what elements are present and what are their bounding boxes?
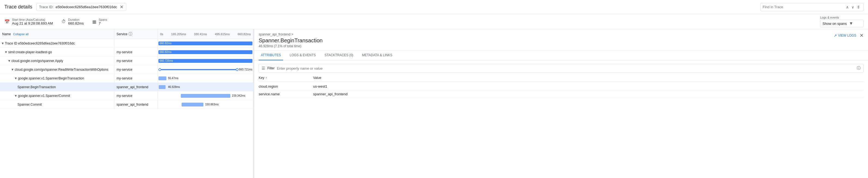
filter-icon: ☰ <box>262 66 265 71</box>
collapse-all-button[interactable]: Collapse all <box>13 32 29 36</box>
detail-panel: spanner_api_frontend > Spanner.BeginTran… <box>254 29 868 178</box>
table-row[interactable]: ▼ google.spanner.v1.Spanner/Commit my-se… <box>0 92 253 100</box>
row-service: spanner_api_frontend <box>114 83 158 91</box>
external-link-icon: ↗ <box>834 33 837 38</box>
expand-toggle[interactable]: ▼ <box>1 42 4 45</box>
row-name: Spanner.BeginTransaction <box>0 83 114 91</box>
service-help-icon[interactable]: ⓘ <box>128 32 132 36</box>
expand-toggle[interactable]: ▼ <box>11 68 14 72</box>
list-item: cloud.region us-west1 <box>259 83 864 91</box>
table-row[interactable]: ▼ cloud.google.com/go/spanner.Apply my-s… <box>0 56 253 65</box>
row-timeline: 150.863ms <box>158 100 253 109</box>
table-row[interactable]: ▼ google.spanner.v1.Spanner/BeginTransac… <box>0 74 253 83</box>
filter-help-icon[interactable]: ⓘ <box>857 66 861 71</box>
span-bar: 660.82ms <box>158 50 252 54</box>
table-row[interactable]: ▼ simil:create-player-loadtest-go my-ser… <box>0 48 253 56</box>
attr-header: Key ↑ Value <box>259 76 864 82</box>
subheader: 📅 Start time (Asia/Calcutta) Aug 21 at 9… <box>0 14 868 29</box>
marker-3: 495.615ms <box>215 32 229 36</box>
span-name: google.spanner.v1.Spanner/Commit <box>18 94 70 98</box>
list-item: service.name spanner_api_frontend <box>259 91 864 98</box>
table-row[interactable]: ▼ cloud.google.com/go/spanner.ReadWriteT… <box>0 65 253 74</box>
calendar-icon: 📅 <box>4 19 10 24</box>
row-name: ▼ simil:create-player-loadtest-go <box>0 48 114 56</box>
row-name: ▼ google.spanner.v1.Spanner/BeginTransac… <box>0 74 114 82</box>
main-layout: Name Collapse all Service ⓘ 0s 165.205ms… <box>0 29 868 178</box>
close-detail-button[interactable]: ✕ <box>860 32 864 39</box>
filter-bar: ☰ Filter ⓘ <box>259 64 864 73</box>
header: Trace details Trace ID: e5b0edceec6265d6… <box>0 0 868 14</box>
row-name: ▼ Trace ID e5b0edceec6265d6ea1bee7630f01… <box>0 39 114 48</box>
expand-toggle[interactable]: ▼ <box>8 59 11 63</box>
trace-id-value: e5b0edceec6265d6ea1bee7630f016dc <box>56 5 117 9</box>
row-timeline: 660.82ms <box>158 39 253 48</box>
filter-input[interactable] <box>277 66 855 71</box>
span-bar <box>182 103 204 106</box>
expand-toggle[interactable]: ▼ <box>14 76 18 80</box>
table-row[interactable]: Spanner.Commit spanner_api_frontend 150.… <box>0 100 253 109</box>
col-name-header: Name Collapse all <box>0 29 114 39</box>
find-next-button[interactable]: ∨ <box>850 4 855 10</box>
duration-label: Duration <box>68 18 84 21</box>
span-bar-container: 660.721ms <box>158 68 252 72</box>
marker-2: 330.41ms <box>194 32 207 36</box>
span-connector <box>161 69 236 70</box>
find-prev-button[interactable]: ∧ <box>845 4 850 10</box>
attr-value: us-west1 <box>313 84 864 88</box>
find-close-button[interactable]: ⇕ <box>856 4 861 10</box>
row-service: my-service <box>114 74 158 82</box>
attr-key: service.name <box>259 92 313 96</box>
expand-toggle[interactable]: ▼ <box>14 94 18 98</box>
span-name: cloud.google.com/go/spanner.Apply <box>11 59 63 63</box>
attr-key-header: Key ↑ <box>259 76 313 80</box>
row-service <box>114 39 158 48</box>
span-label: 150.863ms <box>205 103 219 106</box>
attributes-panel: ☰ Filter ⓘ Key ↑ Value cloud.region <box>254 60 868 178</box>
row-service: my-service <box>114 65 158 74</box>
logs-events-label: Logs & events <box>820 16 839 19</box>
marker-1: 165.205ms <box>171 32 186 36</box>
tab-attributes[interactable]: ATTRIBUTES <box>259 51 283 60</box>
tab-logs-events[interactable]: LOGS & EVENTS <box>287 51 318 60</box>
start-time-value: Aug 21 at 9:28:08.693 AM <box>12 21 53 25</box>
row-service: spanner_api_frontend <box>114 100 158 109</box>
table-row[interactable]: ▼ Trace ID e5b0edceec6265d6ea1bee7630f01… <box>0 39 253 48</box>
breadcrumb: spanner_api_frontend > <box>259 32 864 36</box>
span-dot-start <box>158 68 161 71</box>
row-timeline: 55.47ms <box>158 74 253 82</box>
span-bar <box>158 76 166 80</box>
spans-icon: ▦ <box>92 19 96 24</box>
tab-metadata[interactable]: METADATA & LINKS <box>360 51 395 60</box>
span-label: 660.721ms <box>239 68 252 71</box>
sort-icon[interactable]: ↑ <box>266 76 267 80</box>
trace-id-label: Trace ID: <box>39 5 53 9</box>
table-row[interactable]: Spanner.BeginTransaction spanner_api_fro… <box>0 83 253 92</box>
find-nav-buttons: ∧ ∨ ⇕ <box>845 4 861 10</box>
marker-0: 0s <box>160 32 163 36</box>
col-timeline-header: 0s 165.205ms 330.41ms 495.615ms 660.82ms <box>158 29 253 39</box>
attr-key-label: Key <box>259 76 265 80</box>
span-name: google.spanner.v1.Spanner/BeginTransacti… <box>18 76 84 80</box>
find-in-trace-input[interactable] <box>763 5 843 9</box>
tab-stacktraces[interactable]: STACKTRACES (0) <box>322 51 355 60</box>
row-timeline: 46.928ms <box>158 83 253 91</box>
expand-toggle[interactable]: ▼ <box>4 50 8 54</box>
span-bar: 660.82ms <box>158 42 252 45</box>
row-timeline: 159.342ms <box>158 92 253 100</box>
logs-events-select[interactable]: Show on spans ▼ <box>820 20 864 27</box>
col-service-header: Service ⓘ <box>114 29 158 39</box>
clear-trace-id-button[interactable]: ✕ <box>119 4 124 9</box>
logs-events-dropdown: Logs & events Show on spans ▼ <box>820 16 864 27</box>
row-service: my-service <box>114 92 158 100</box>
span-label: 660.82ms <box>160 42 172 45</box>
spans-label: Spans <box>99 18 107 21</box>
row-name: Spanner.Commit <box>0 100 114 109</box>
filter-label: Filter <box>267 66 275 70</box>
start-time-meta: 📅 Start time (Asia/Calcutta) Aug 21 at 9… <box>4 18 53 25</box>
detail-header: spanner_api_frontend > Spanner.BeginTran… <box>254 29 868 51</box>
duration-value: 660.82ms <box>68 21 84 25</box>
attr-value-header: Value <box>313 76 864 80</box>
page-title: Trace details <box>4 4 32 10</box>
dropdown-arrow-icon: ▼ <box>849 21 853 26</box>
view-logs-link[interactable]: ↗ VIEW LOGS <box>834 33 856 38</box>
